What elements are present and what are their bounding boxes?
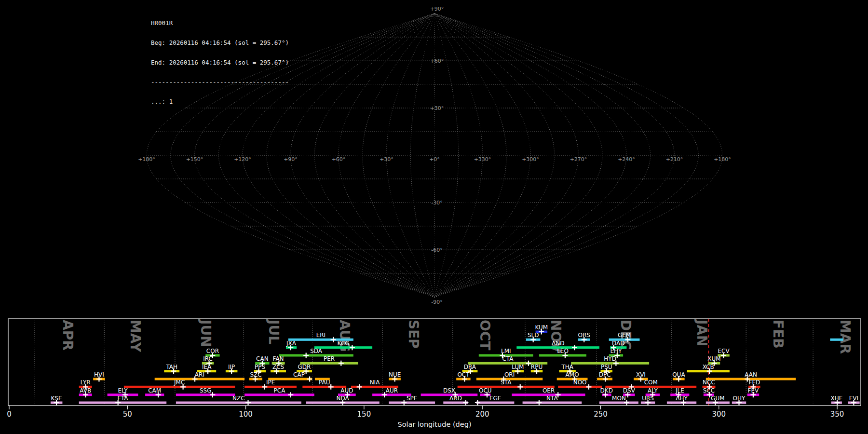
shower-label-dsv: DSV <box>623 387 636 394</box>
shower-label-xum: XUM <box>707 355 720 362</box>
shower-peak-ege <box>475 400 480 406</box>
shower-label-lyr: LYR <box>81 379 91 386</box>
shower-bar-aur <box>372 393 411 396</box>
shower-label-eri: ERI <box>316 332 326 339</box>
shower-bar-eta <box>79 402 167 404</box>
shower-bar-unlabeled <box>830 339 843 341</box>
shower-label-ssg: SSG <box>200 387 212 394</box>
shower-label-hvi: HVI <box>94 371 104 378</box>
shower-label-oer: OER <box>542 387 555 394</box>
month-label-jun: JUN <box>198 319 214 347</box>
shower-bar-sda <box>279 354 353 357</box>
shower-label-fan: FAN <box>273 355 284 362</box>
x-tick-label: 350 <box>830 410 844 419</box>
shower-label-can: CAN <box>256 355 269 362</box>
shower-label-iea: IEA <box>202 364 212 370</box>
shower-label-leo: LEO <box>557 348 569 354</box>
shower-label-cta: CTA <box>502 355 514 362</box>
shower-label-dad: DAD <box>612 340 624 347</box>
shower-label-xcb: XCB <box>703 364 714 370</box>
shower-bar-mon <box>599 402 638 404</box>
shower-label-aud: AUD <box>340 387 353 394</box>
shower-label-kum: KUM <box>535 324 548 331</box>
shower-peak-ard <box>463 400 468 406</box>
shower-label-evi: EVI <box>849 395 858 402</box>
shower-label-hyd: HYD <box>604 355 616 362</box>
count-line: ...: 1 <box>151 98 289 105</box>
shower-label-nue: NUE <box>389 371 401 378</box>
shower-label-gum: GUM <box>711 395 724 402</box>
shower-label-ocu: OCU <box>479 387 492 394</box>
shower-bar-ssg <box>176 393 235 396</box>
shower-label-dkd: DKD <box>600 387 613 394</box>
shower-peak-and <box>572 345 577 350</box>
shower-label-gem: GEM <box>618 332 631 339</box>
shower-label-avb: AVB <box>80 387 91 394</box>
shower-label-nia: NIA <box>370 379 380 386</box>
shower-label-spe: SPE <box>407 395 417 402</box>
shower-bar-nta <box>523 402 582 404</box>
shower-bar-kcg <box>314 346 372 349</box>
shower-bar-ari <box>155 378 244 380</box>
shower-label-amo: AMO <box>566 371 579 378</box>
shower-peak-per <box>339 361 344 366</box>
shower-peak-nzc <box>245 400 251 406</box>
shower-label-aan: AAN <box>745 371 757 378</box>
shower-label-mon: MON <box>612 395 626 402</box>
shower-peak-eri <box>331 337 336 342</box>
shower-label-ncc: NCC <box>703 379 715 386</box>
shower-label-xhe: XHE <box>830 395 842 402</box>
shower-label-irc: IRC <box>203 355 213 362</box>
shower-label-urs: URS <box>642 395 654 402</box>
shower-label-rpu: RPU <box>531 364 542 370</box>
shower-bar-pau <box>302 386 346 388</box>
separator-line: -------------------------------------- <box>151 79 289 86</box>
shower-label-ipe: IPE <box>266 379 275 386</box>
shower-label-ehy: EHY <box>610 348 622 354</box>
shower-label-xvi: XVI <box>636 371 646 378</box>
shower-label-kse: KSE <box>51 395 62 402</box>
shower-label-aly: ALY <box>648 387 658 394</box>
shower-bar-spe <box>389 402 435 404</box>
shower-label-tha: THA <box>561 364 574 370</box>
shower-label-sda: SDA <box>310 348 323 354</box>
end-time-line: End: 20260116 04:16:54 (sol = 295.67°) <box>151 59 289 66</box>
month-label-jan: JAN <box>694 319 710 347</box>
x-axis-title: Solar longitude (deg) <box>397 420 471 428</box>
shower-peak-cap <box>307 377 312 382</box>
shower-label-qua: QUA <box>672 371 685 378</box>
shower-label-dsx: DSX <box>443 387 455 394</box>
x-tick-label: 250 <box>594 410 608 419</box>
month-label-may: MAY <box>127 320 143 353</box>
begin-time-line: Beg: 20260116 04:16:54 (sol = 295.67°) <box>151 40 289 46</box>
shower-bar-jmc <box>124 386 235 388</box>
report-header: HR001R Beg: 20260116 04:16:54 (sol = 295… <box>151 7 289 118</box>
shower-label-nzc: NZC <box>232 395 245 402</box>
x-tick-label: 150 <box>357 410 371 419</box>
shower-label-jmc: JMC <box>174 379 185 386</box>
shower-label-sld: SLD <box>528 332 539 339</box>
shower-peak-noo <box>586 384 592 390</box>
shower-label-cap: CAP <box>293 371 305 378</box>
shower-label-aur: AUR <box>386 387 398 394</box>
shower-label-psu: PSU <box>601 364 612 370</box>
shower-peak-sda <box>303 353 309 358</box>
shower-label-iip: IIP <box>228 364 235 370</box>
shower-bar-cam <box>145 393 164 396</box>
shower-label-ege: EGE <box>489 395 501 402</box>
shower-label-zcs: ZCS <box>272 364 284 370</box>
x-tick-label: 300 <box>712 410 726 419</box>
shower-label-eta: ETA <box>117 395 128 402</box>
shower-label-jxa: JXA <box>286 340 297 347</box>
shower-label-nta: NTA <box>546 395 558 402</box>
shower-label-scc: SCC <box>703 387 715 394</box>
activity-timeline-chart: APRMAYJUNJULAUGSEPOCTNOVDECJANFEBMARKUME… <box>0 0 868 434</box>
shower-label-tah: TAH <box>165 364 177 370</box>
shower-label-oct: OCT <box>457 371 470 378</box>
shower-peak-cta <box>526 361 531 366</box>
shower-label-kcg: KCG <box>338 340 350 347</box>
month-label-mar: MAR <box>837 320 853 354</box>
shower-label-com: COM <box>644 379 658 386</box>
radiant-map-app: +180°+150°+120°+90°+60°+30°+0°+330°+300°… <box>0 0 868 434</box>
shower-bar-pca <box>244 393 314 396</box>
